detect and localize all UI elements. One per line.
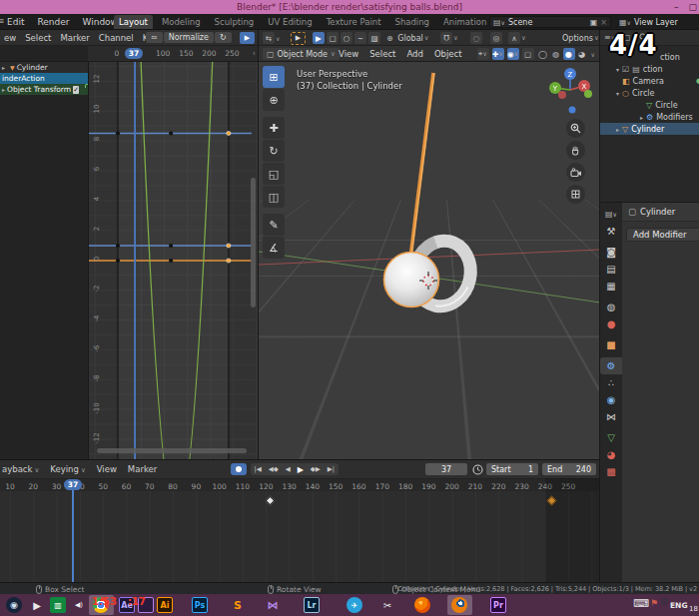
viewport-menu-view[interactable]: View (339, 49, 358, 59)
current-frame-field[interactable]: 37 (425, 463, 467, 475)
proportional-edit-icon[interactable]: ◎ (490, 32, 502, 44)
clock[interactable]: 18 (689, 605, 698, 613)
current-frame-pill[interactable]: 37 (125, 48, 143, 59)
prev-frame-button[interactable]: ◀ (282, 465, 294, 473)
timeline-menu-ayback[interactable]: ayback (2, 464, 39, 474)
gizmo-neg-y[interactable] (584, 90, 592, 98)
snap-icon[interactable]: Ω (440, 32, 458, 44)
circle-select-icon[interactable]: ○ (341, 32, 352, 44)
graph-editor-ruler[interactable]: 37 ‹ 0100150200250 (88, 46, 258, 62)
timeline-keyframe[interactable] (266, 496, 276, 506)
cursor-tool[interactable]: ⊕ (263, 89, 285, 111)
visual-studio-taskbar-icon[interactable]: ⋈ (265, 597, 281, 613)
tool-switch-icon[interactable]: ⇆∨ (263, 32, 280, 44)
gizmo-neg-z[interactable] (569, 107, 576, 114)
workspace-tab-layout[interactable]: Layout (114, 15, 153, 29)
vertical-scrollbar[interactable] (251, 178, 256, 308)
outliner-row-circle[interactable]: ▾○Circle (600, 87, 699, 99)
keyboard-tray-icon[interactable]: ⌨ (633, 597, 649, 610)
graph-menu-ew[interactable]: ew (4, 33, 16, 43)
blender-taskbar-icon[interactable] (451, 597, 467, 613)
expand-icon[interactable]: ▸ (2, 86, 5, 93)
workspace-tab-shading[interactable]: Shading (389, 15, 434, 29)
shading-wireframe-icon[interactable]: ◯ (537, 48, 549, 60)
shading-dropdown-icon[interactable]: ∨ (591, 51, 595, 58)
title-bar[interactable]: Blender* [E:\blender render\satisfying b… (0, 0, 699, 14)
viewport-menu-add[interactable]: Add (406, 49, 422, 59)
maximize-button[interactable]: ▢ (688, 2, 697, 12)
outliner-row-circle[interactable]: ▽Circle (600, 99, 699, 111)
lightroom-taskbar-icon[interactable]: Lr (304, 597, 320, 613)
workspace-tab-modeling[interactable]: Modeling (157, 15, 206, 29)
properties-tab-tool[interactable]: ⚒ (600, 223, 622, 240)
auto-keying-clock-icon[interactable] (472, 464, 483, 475)
mute-checkbox-icon[interactable]: ✓ (73, 86, 79, 94)
app-menu-icon[interactable]: ≡ (0, 16, 5, 26)
workspace-tab-sculpting[interactable]: Sculpting (210, 15, 260, 29)
next-keyframe-button[interactable]: ◆▶ (307, 465, 324, 473)
menu-edit[interactable]: Edit (7, 17, 24, 27)
properties-tab-output[interactable]: ▤ (600, 261, 622, 278)
timeline-tracks[interactable] (0, 491, 599, 583)
paint-select-icon[interactable]: ▨ (368, 32, 380, 44)
timeline-menu-view[interactable]: View (97, 464, 117, 474)
snap-magnet-icon[interactable]: ◌ (470, 32, 482, 44)
microsoft-store-taskbar-icon[interactable]: ▥ (50, 597, 66, 613)
timeline-menu-keying[interactable]: Keying (50, 464, 85, 474)
new-scene-icon[interactable]: ▣ (590, 18, 598, 27)
scale-tool[interactable]: ◱ (263, 163, 285, 185)
shading-solid-icon[interactable]: ◍ (550, 48, 562, 60)
shading-material-preview-icon[interactable]: ● (563, 48, 575, 60)
falloff-icon[interactable]: ∧ (508, 32, 526, 44)
outliner-row-camera[interactable]: ◧Camera● (600, 75, 699, 87)
select-tool-icon[interactable]: ▶ (240, 32, 255, 44)
premiere-taskbar-icon[interactable]: Pr (490, 597, 506, 613)
transform-tool[interactable]: ◫ (263, 186, 285, 208)
volume-taskbar-icon[interactable]: ◀) (71, 597, 87, 613)
play-button[interactable]: ▶ (294, 465, 307, 474)
workspace-tab-texture-paint[interactable]: Texture Paint (322, 15, 386, 29)
box-select-icon[interactable]: ▢ (327, 32, 339, 44)
options-dropdown[interactable]: Options (562, 32, 599, 44)
timeline-menu-marker[interactable]: Marker (128, 464, 157, 474)
start-frame-field[interactable]: Start1 (486, 463, 538, 475)
timeline-frame-pill[interactable]: 37 (64, 479, 82, 490)
gizmo-z-label[interactable]: Z (568, 71, 573, 79)
settings-gear-icon[interactable]: ⚙ (660, 596, 669, 607)
lasso-select-icon[interactable]: ~ (354, 32, 366, 44)
end-frame-field[interactable]: End240 (542, 463, 596, 475)
graph-menu-channel[interactable]: Channel (99, 33, 134, 43)
photoshop-taskbar-icon[interactable]: Ps (192, 597, 208, 613)
active-tool-icon[interactable]: ▶ (291, 32, 306, 45)
channel-row-inderaction[interactable]: inderAction (0, 73, 88, 84)
sublime-text-taskbar-icon[interactable]: S (230, 597, 246, 613)
gizmo-y-label[interactable]: Y (552, 85, 558, 93)
graph-menu-select[interactable]: Select (25, 33, 51, 43)
scene-selector[interactable]: ▤∨ Scene ▣ × (489, 16, 611, 28)
zoom-icon[interactable] (566, 119, 585, 138)
mode-dropdown[interactable]: ▢Object Mode (263, 48, 340, 60)
gizmos-icon[interactable]: ✚ (492, 48, 504, 60)
viewport-menu-select[interactable]: Select (369, 49, 395, 59)
normalize-button[interactable]: Normalize (164, 32, 214, 43)
properties-tab-constraints[interactable]: ⋈ (600, 408, 622, 425)
rotate-tool[interactable]: ↻ (263, 140, 285, 162)
steam-taskbar-icon[interactable]: ◉ (6, 597, 22, 613)
refresh-icon[interactable]: ↻ (215, 32, 232, 43)
prev-keyframe-button[interactable]: ◀◆ (265, 465, 282, 473)
outliner-row-modifiers[interactable]: ▸⚙Modifiers (600, 111, 699, 123)
pan-hand-icon[interactable] (566, 141, 585, 160)
orientation-dropdown[interactable]: ⊕ Global (386, 32, 429, 44)
properties-tab-scene[interactable]: ◍ (600, 299, 622, 315)
properties-tab-texture[interactable]: ▩ (600, 463, 622, 480)
language-indicator[interactable]: ENG (670, 601, 688, 610)
select-box-tool[interactable]: ⊞ (263, 66, 285, 88)
graph-menu-marker[interactable]: Marker (60, 33, 89, 43)
jump-start-button[interactable]: |◀ (251, 465, 265, 473)
properties-tab-data[interactable]: ▽ (600, 429, 622, 446)
timeline-playhead[interactable] (72, 489, 74, 583)
workspace-tab-animation[interactable]: Animation (438, 15, 491, 29)
viewport-menu-object[interactable]: Object (434, 49, 462, 59)
tweak-select-icon[interactable]: ▶ (313, 32, 325, 44)
editor-type-icon[interactable]: ▤∨ (600, 206, 622, 223)
